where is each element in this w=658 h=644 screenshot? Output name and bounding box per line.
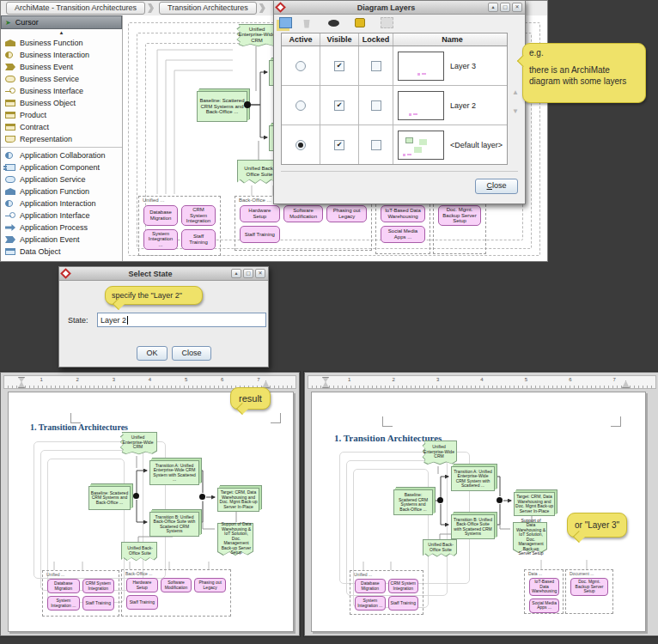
palette-item-product[interactable]: Product <box>1 109 122 121</box>
work-package-box[interactable]: Phasing out Legacy <box>326 205 367 222</box>
node-unified-enterprise-wide-crm[interactable]: Unified Enterprise-Wide CRM <box>419 440 457 466</box>
new-layer-icon[interactable] <box>279 17 292 28</box>
work-package-box[interactable]: Social Media Apps ... <box>381 226 425 243</box>
palette-item-application-interface[interactable]: Application Interface <box>1 210 122 222</box>
work-package-box[interactable]: Staff Training <box>388 596 419 611</box>
work-package-box[interactable]: Hardware Setup <box>126 578 158 592</box>
work-package-box[interactable]: Database Migration <box>143 205 178 226</box>
junction-node[interactable] <box>133 493 139 499</box>
node-transition-b[interactable]: Transition B: Unified Back-Office Suite … <box>149 512 199 537</box>
node-support-deliverable[interactable]: Support of Data Warehousing & IoT Soluti… <box>217 523 253 557</box>
palette-item-business-function[interactable]: Business Function <box>1 37 122 49</box>
work-package-box[interactable]: System Integration ... <box>355 596 386 611</box>
group-unified[interactable]: Unified ... Database MigrationCRM System… <box>138 196 221 256</box>
palette-item-business-interaction[interactable]: Business Interaction <box>1 49 122 61</box>
maximize-button[interactable] <box>243 269 253 278</box>
work-package-box[interactable]: Hardware Setup <box>240 205 280 222</box>
palette-item-business-object[interactable]: Business Object <box>1 97 122 109</box>
visible-checkbox[interactable] <box>334 140 344 150</box>
node-target[interactable]: Target: CRM, Data Warehousing and Doc. M… <box>217 488 259 512</box>
visible-checkbox[interactable] <box>334 61 344 71</box>
locked-checkbox[interactable] <box>371 61 381 71</box>
group-unified[interactable]: Unified ... Database MigrationCRM System… <box>350 570 423 615</box>
locked-checkbox[interactable] <box>371 140 381 150</box>
palette-scroll-up-icon[interactable]: ▲ <box>1 29 122 37</box>
junction-node[interactable] <box>244 101 251 108</box>
node-transition-a[interactable]: Transition A: Unified Enterprise-Wide CR… <box>149 460 199 485</box>
palette-item-application-process[interactable]: Application Process <box>1 222 122 234</box>
dialog-titlebar[interactable]: Diagram Layers <box>274 1 525 15</box>
palette-item-application-collaboration[interactable]: Application Collaboration <box>1 149 122 161</box>
close-window-button[interactable] <box>512 3 522 12</box>
maximize-button[interactable] <box>500 3 510 12</box>
visible-checkbox[interactable] <box>334 100 344 111</box>
junction-node[interactable] <box>497 497 503 503</box>
node-baseline[interactable]: Baseline: Scattered CRM Systems and Back… <box>393 489 433 515</box>
palette-item-application-interaction[interactable]: Application Interaction <box>1 197 122 210</box>
node-unified-enterprise-wide-crm[interactable]: Unified Enterprise-Wide CRM <box>117 432 157 456</box>
minimize-button[interactable] <box>488 3 498 12</box>
layer-row[interactable]: <Default layer> <box>282 125 507 164</box>
node-transition-a[interactable]: Transition A: Unified Enterprise-Wide CR… <box>451 466 495 491</box>
active-radio[interactable] <box>295 61 306 71</box>
node-unified-enterprise-wide-crm[interactable]: Unified Enterprise-Wide CRM <box>233 24 279 48</box>
node-support-deliverable[interactable]: Support of Data Warehousing & IoT Soluti… <box>513 522 547 555</box>
palette-item-business-event[interactable]: Business Event <box>1 61 122 73</box>
work-package-box[interactable]: Staff Training <box>181 229 216 250</box>
work-package-box[interactable]: IoT-Based Data Warehousing <box>529 578 559 596</box>
group-data[interactable]: IoT-Based Data WarehousingSocial Media A… <box>375 196 430 254</box>
palette-item-application-event[interactable]: Application Event <box>1 234 122 246</box>
ok-button[interactable]: OK <box>137 346 168 361</box>
work-package-box[interactable]: Staff Training <box>240 226 280 243</box>
palette-item-contract[interactable]: Contract <box>1 121 122 133</box>
group-data[interactable]: Data ... IoT-Based Data WarehousingSocia… <box>524 569 564 614</box>
work-package-box[interactable]: IoT-Based Data Warehousing <box>381 205 425 222</box>
locked-checkbox[interactable] <box>371 100 381 111</box>
node-unified-back-office-suite[interactable]: Unified Back-Office Suite <box>121 542 157 562</box>
node-target[interactable]: Target: CRM, Data Warehousing and Doc. M… <box>514 492 555 516</box>
node-unified-back-office-suite[interactable]: Unified Back-Office Suite <box>423 539 457 558</box>
palette-item-cursor[interactable]: ➤ Cursor <box>1 15 122 29</box>
minimize-button[interactable] <box>231 269 241 278</box>
cancel-close-button[interactable]: Close <box>172 346 211 361</box>
junction-node[interactable] <box>199 494 205 500</box>
work-package-box[interactable]: Software Modification <box>283 205 324 222</box>
move-layer-down-icon[interactable]: ▼ <box>512 107 519 115</box>
move-layer-up-icon[interactable]: ▲ <box>512 88 519 96</box>
work-package-box[interactable]: Doc. Mgmt. Backup Server Setup <box>570 578 608 596</box>
visibility-eye-icon[interactable] <box>328 20 339 27</box>
layer-row[interactable]: Layer 2 <box>282 86 507 125</box>
work-package-box[interactable]: Software Modification <box>161 578 192 592</box>
work-package-box[interactable]: Staff Training <box>82 596 115 611</box>
state-input[interactable]: Layer 2 <box>97 313 266 327</box>
active-radio[interactable] <box>295 140 306 150</box>
work-package-box[interactable]: CRM System Integration <box>388 579 419 593</box>
group-back-office[interactable]: Back-Office ... Hardware SetupSoftware M… <box>121 569 231 617</box>
palette-item-representation[interactable]: Representation <box>1 133 122 145</box>
palette-item-application-component[interactable]: Application Component <box>1 161 122 173</box>
work-package-box[interactable]: Database Migration <box>355 579 386 593</box>
work-package-box[interactable]: Staff Training <box>126 595 158 610</box>
palette-item-data-object[interactable]: Data Object <box>1 246 122 258</box>
palette-item-business-interface[interactable]: Business Interface <box>1 85 122 97</box>
breadcrumb-item-diagram[interactable]: Transition Architectures <box>159 2 257 15</box>
lock-icon[interactable] <box>355 18 365 27</box>
work-package-box[interactable]: Doc. Mgmt. Backup Server Setup <box>438 205 481 226</box>
junction-node[interactable] <box>437 497 443 503</box>
group-document[interactable]: Document ... Doc. Mgmt. Backup Server Se… <box>565 569 613 614</box>
palette-item-application-function[interactable]: Application Function <box>1 185 122 197</box>
work-package-box[interactable]: CRM System Integration <box>181 205 216 226</box>
dialog-titlebar[interactable]: Select State <box>59 267 268 281</box>
active-radio[interactable] <box>295 100 306 111</box>
close-button[interactable]: Close <box>475 179 518 194</box>
layer-row[interactable]: Layer 3 <box>282 46 507 86</box>
group-document[interactable]: Doc. Mgmt. Backup Server Setup <box>433 196 486 254</box>
node-baseline[interactable]: Baseline: Scattered CRM Systems and Back… <box>197 91 247 122</box>
breadcrumb-item-model[interactable]: ArchiMate - Transition Architectures <box>6 2 145 15</box>
node-transition-b[interactable]: Transition B: Unified Back-Office Suite … <box>451 514 495 539</box>
work-package-box[interactable]: CRM System Integration <box>82 579 115 593</box>
work-package-box[interactable]: System Integration ... <box>143 229 178 250</box>
work-package-box[interactable]: System Integration ... <box>47 596 80 611</box>
palette-item-application-service[interactable]: Application Service <box>1 173 122 185</box>
close-window-button[interactable] <box>255 269 265 278</box>
